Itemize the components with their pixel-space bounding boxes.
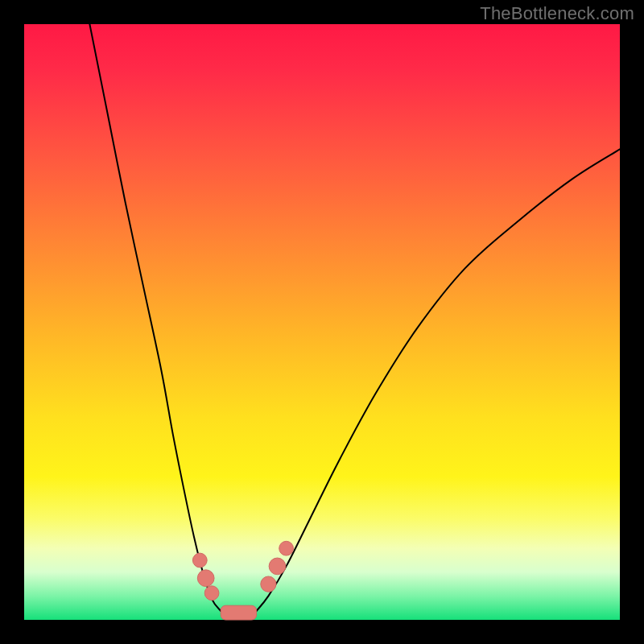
chart-svg	[24, 24, 620, 620]
curve-right-branch	[257, 149, 620, 611]
marker-dot	[192, 553, 207, 568]
watermark-text: TheBottleneck.com	[480, 3, 634, 24]
plot-area	[24, 24, 620, 620]
curve-left-branch	[89, 24, 221, 611]
marker-bar	[221, 605, 256, 620]
chart-frame: TheBottleneck.com	[0, 0, 644, 644]
marker-dot	[197, 570, 214, 587]
marker-dot	[279, 541, 294, 555]
marker-dot	[261, 576, 276, 592]
marker-dot	[204, 586, 219, 601]
marker-dot	[269, 558, 286, 575]
